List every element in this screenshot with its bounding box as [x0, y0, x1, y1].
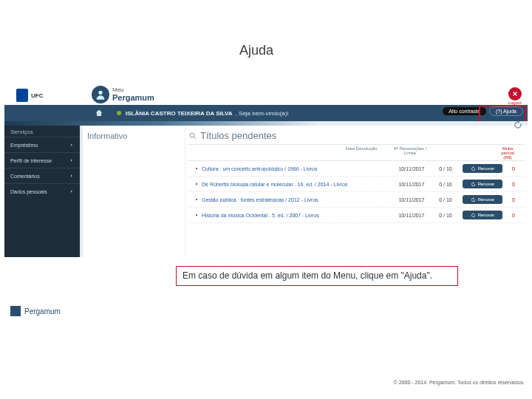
title-link[interactable]: História da música Ocidental . 5. ed. / …: [202, 213, 395, 218]
svg-point-1: [190, 133, 194, 137]
shield-icon: [16, 89, 28, 102]
footer-brand-text: Pergamum: [24, 307, 61, 316]
welcome-text: , Seja bem-vindo(a)!: [236, 110, 289, 117]
bullet-icon: [196, 183, 197, 185]
cell-ratio: 0 / 10: [429, 197, 463, 202]
title-link[interactable]: De Robertis biologia celular e molecular…: [202, 182, 395, 187]
contrast-button[interactable]: Alto contraste: [443, 107, 486, 115]
svg-point-0: [98, 91, 102, 95]
refresh-icon[interactable]: [513, 120, 523, 130]
chevron-right-icon: [69, 189, 74, 194]
avatar-icon: [92, 86, 109, 103]
cell-multa: 0: [502, 213, 525, 218]
help-button[interactable]: (?) Ajuda: [489, 106, 523, 116]
table-row: Cultura : um conceito antropológico / 19…: [188, 161, 525, 177]
renew-button[interactable]: Renovar: [463, 180, 502, 188]
renew-button[interactable]: Renovar: [463, 164, 502, 173]
refresh-icon: [471, 197, 476, 202]
refresh-icon: [471, 166, 476, 171]
sidebar-item-label: Empréstimo: [10, 143, 38, 148]
sidebar-item-label: Dados pessoais: [10, 189, 47, 194]
table-row: Gestão pública : fontes estratégicas / 2…: [188, 192, 525, 208]
status-dot-icon: [117, 111, 121, 115]
instruction-callout: Em caso de dúvida em algum item do Menu,…: [176, 266, 458, 286]
th-date: Data Devolução: [344, 146, 378, 160]
sidebar-item-label: Comentários: [10, 174, 40, 179]
renew-button[interactable]: Renovar: [463, 195, 502, 204]
pending-title: Títulos pendentes: [188, 129, 525, 145]
chevron-right-icon: [69, 143, 74, 147]
userbar-actions: Alto contraste (?) Ajuda: [443, 106, 523, 116]
cell-date: 10/11/2017: [395, 182, 429, 187]
sidebar-item-comentarios[interactable]: Comentários: [4, 168, 80, 183]
informativo-title: Informativo: [87, 132, 180, 140]
slide-title: Ajuda: [239, 43, 273, 58]
pending-title-text: Títulos pendentes: [200, 130, 276, 141]
brand-name: Pergamum: [112, 93, 154, 102]
close-icon: [511, 90, 519, 98]
sidebar-item-label: Perfil de interesse: [10, 158, 52, 163]
copyright-text: © 2000 - 2014. Pergamum. Todos os direit…: [394, 380, 525, 385]
renew-button[interactable]: Renovar: [463, 211, 502, 219]
chevron-right-icon: [69, 158, 74, 163]
sidebar-section-title: Serviços: [4, 126, 80, 137]
app-screenshot: UFC Meu Pergamum Logout ISLÂNIA CASTRO T…: [4, 86, 528, 263]
bullet-icon: [196, 168, 197, 169]
logout-button[interactable]: Logout: [508, 87, 522, 105]
cell-date: 10/11/2017: [395, 213, 429, 218]
table-header: Data Devolução Nº Renovações / Limite Mu…: [188, 145, 525, 161]
meu-label: Meu: [112, 87, 154, 93]
content-area: Informativo Títulos pendentes Data Devol…: [83, 126, 528, 257]
chevron-right-icon: [69, 174, 74, 178]
cell-multa: 0: [502, 166, 525, 171]
bullet-icon: [196, 214, 197, 216]
cell-ratio: 0 / 10: [429, 166, 463, 171]
refresh-icon: [471, 182, 476, 187]
book-icon: [10, 306, 21, 316]
bullet-icon: [196, 199, 197, 200]
user-name: ISLÂNIA CASTRO TEIXEIRA DA SILVA: [126, 110, 233, 117]
sidebar: Serviços Empréstimo Perfil de interesse …: [4, 126, 83, 257]
cell-date: 10/11/2017: [395, 166, 429, 171]
sidebar-item-emprestimo[interactable]: Empréstimo: [4, 137, 80, 152]
home-icon[interactable]: [95, 109, 103, 117]
th-spacer: [442, 146, 482, 160]
th-renew: Nº Renovações / Limite: [393, 146, 427, 160]
sidebar-item-perfil[interactable]: Perfil de interesse: [4, 152, 80, 168]
panel-informativo: Informativo: [83, 126, 185, 257]
cell-ratio: 0 / 10: [429, 213, 463, 218]
divider-gradient: [4, 121, 528, 126]
cell-ratio: 0 / 10: [429, 182, 463, 187]
org-logo: UFC: [16, 89, 43, 102]
cell-multa: 0: [502, 182, 525, 187]
panel-titulos-pendentes: Títulos pendentes Data Devolução Nº Reno…: [185, 126, 528, 257]
search-icon: [188, 132, 197, 140]
brand-block: Meu Pergamum: [92, 86, 154, 103]
sidebar-item-dados[interactable]: Dados pessoais: [4, 183, 80, 199]
footer-brand: Pergamum: [10, 306, 61, 316]
app-header: UFC Meu Pergamum Logout: [4, 86, 528, 105]
cell-multa: 0: [502, 197, 525, 202]
table-row: De Robertis biologia celular e molecular…: [188, 177, 525, 192]
user-bar: ISLÂNIA CASTRO TEIXEIRA DA SILVA , Seja …: [4, 105, 528, 121]
refresh-icon: [471, 213, 476, 218]
title-link[interactable]: Gestão pública : fontes estratégicas / 2…: [202, 197, 395, 202]
title-link[interactable]: Cultura : um conceito antropológico / 19…: [202, 166, 395, 171]
main-row: Serviços Empréstimo Perfil de interesse …: [4, 126, 528, 257]
table-row: História da música Ocidental . 5. ed. / …: [188, 208, 525, 223]
th-multa: Multa parcial (R$): [497, 146, 519, 160]
org-code: UFC: [31, 92, 43, 99]
cell-date: 10/11/2017: [395, 197, 429, 202]
